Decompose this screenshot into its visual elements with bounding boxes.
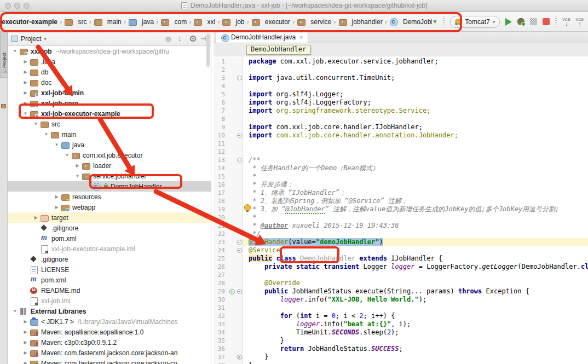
collapse-arrow-icon[interactable]: ▼ [32,122,40,126]
expand-arrow-icon[interactable]: ▶ [73,163,82,168]
fold-marker-icon[interactable]: − [236,287,243,296]
breadcrumb-item-executor[interactable]: executor [251,18,290,26]
close-window-icon[interactable] [5,3,11,9]
tree-item-src[interactable]: ▼src [8,119,211,129]
tree-item-xxl-job-executor-example[interactable]: ▼xxl-job-executor-example [8,108,211,119]
fold-marker-icon[interactable]: − [236,238,243,246]
expand-arrow-icon[interactable]: ▶ [21,80,30,85]
expand-arrow-icon[interactable]: ▶ [32,215,40,220]
coverage-button[interactable] [530,18,537,25]
expand-arrow-icon[interactable]: ▶ [53,205,61,210]
tree-item-main[interactable]: ▼main [8,129,211,140]
tree-item-maven-com-fasterxml-jackson-core-jackson-co[interactable]: ▶Maven: com.fasterxml.jackson.core:jacks… [8,358,211,364]
breadcrumb-item-com[interactable]: com [160,18,187,26]
tree-item-maven-aopalliance-aopalliance-1-0[interactable]: ▶Maven: aopalliance:aopalliance:1.0 [8,327,211,337]
collapse-arrow-icon[interactable]: ▼ [73,174,82,178]
expand-arrow-icon[interactable]: ▶ [21,340,30,345]
tree-item-xxl-job[interactable]: ▼xxl-job~/workspaces/idea-git-workspace/… [8,46,211,56]
fold-marker-icon[interactable]: − [236,131,243,140]
gutter [228,115,236,123]
gutter [228,230,236,238]
tree-item-maven-c3p0-c3p0-0-9-1-2[interactable]: ▶Maven: c3p0:c3p0:0.9.1.2 [8,337,211,348]
minimize-window-icon[interactable] [14,3,20,9]
rdm-icon [30,287,38,294]
tree-item-jdk1-7[interactable]: ▶< JDK1.7 >/Library/Java/JavaVirtualMach… [8,316,211,327]
collapse-arrow-icon[interactable]: ▼ [63,153,71,158]
debug-button[interactable] [517,18,524,25]
tree-scrollbar[interactable] [206,34,210,67]
tree-item-webapp[interactable]: ▶webapp [8,202,211,212]
tree-item-demojobhandler[interactable]: DemoJobHandler [8,181,211,192]
vcs-commit-button[interactable]: VCS ↑ [576,18,584,26]
collapse-arrow-icon[interactable]: ▼ [42,132,50,137]
expand-arrow-icon[interactable]: ▶ [21,90,30,95]
tree-item-resources[interactable]: ▶resources [8,192,211,202]
expand-arrow-icon[interactable]: ▶ [21,70,30,74]
expand-arrow-icon[interactable]: ▶ [21,361,30,364]
fold-marker-icon[interactable]: − [236,74,243,82]
run-configuration-select[interactable]: Tomcat7 ▾ [450,16,500,28]
tree-item-com-xxl-job-executor[interactable]: ▼com.xxl.job.executor [8,150,211,160]
breadcrumb-item-job[interactable]: job [222,18,244,26]
intention-bulb-icon[interactable] [244,204,251,211]
tree-item-xxl-job-iml[interactable]: xxl-job.iml [8,296,211,306]
tree-item-license[interactable]: LICENSE [8,264,211,275]
tree-item-external-libraries[interactable]: ▼External Libraries [8,306,211,316]
tree-item-gitignore[interactable]: .gitignore [8,254,211,264]
expand-arrow-icon[interactable]: ▶ [21,330,30,334]
gutter [228,353,236,361]
tree-item-db[interactable]: ▶db [8,67,211,77]
breadcrumb-item-src[interactable]: src [64,18,87,26]
locate-file-icon[interactable]: ◎ [164,35,172,43]
stop-button[interactable] [543,18,550,25]
run-button[interactable] [505,18,512,26]
gear-icon[interactable] [190,36,196,42]
tree-item-xxl-job-executor-example-iml[interactable]: xxl-job-executor-example.iml [8,244,211,254]
expand-arrow-icon[interactable]: ▶ [21,59,30,64]
gutter [228,156,236,164]
breadcrumb-item-xxl[interactable]: xxl [193,18,215,26]
expand-arrow-icon[interactable]: ▶ [21,319,30,324]
code-area[interactable]: 1package com.xxl.job.executor.service.jo… [214,56,588,364]
expand-arrow-icon[interactable]: ▶ [21,101,30,106]
navbar-dropdown-icon[interactable]: ▼ [432,19,437,25]
breadcrumb-item-service[interactable]: service [297,18,331,26]
override-marker-icon[interactable]: ↑ [228,287,236,296]
tree-item-readme-md[interactable]: README.md [8,285,211,296]
editor-tab[interactable]: DemoJobHandler.java × [216,32,308,43]
tree-item-maven-com-fasterxml-jackson-core-jackson-an[interactable]: ▶Maven: com.fasterxml.jackson.core:jacks… [8,348,211,358]
fold-marker-icon[interactable]: − [236,246,243,255]
tree-item-pom-xml[interactable]: pom.xml [8,275,211,285]
line-number: 27 [214,271,228,279]
breadcrumb-item-main[interactable]: main [94,18,122,26]
collapse-arrow-icon[interactable]: ▼ [21,111,30,116]
expand-arrow-icon[interactable]: ▶ [21,350,30,355]
collapse-all-icon[interactable]: ↕ [175,35,184,43]
collapse-arrow-icon[interactable]: ▼ [53,142,61,147]
tree-item-xxl-job-core[interactable]: ▶xxl-job-core [8,98,211,108]
fold-marker-icon[interactable]: − [236,156,243,164]
close-tab-icon[interactable]: × [299,34,303,41]
tree-item-service-jobhandler[interactable]: ▼service.jobhandler [8,171,211,181]
breadcrumb-item-demojobhandler[interactable]: DemoJobHandler [389,18,432,26]
tree-item-xxl-job-admin[interactable]: ▶xxl-job-admin [8,88,211,98]
collapse-arrow-icon[interactable]: ▼ [11,309,19,314]
project-tool-window-tab[interactable]: 1: Project [0,32,8,78]
vcs-update-button[interactable]: VCS ↓ [562,18,570,26]
breadcrumb-item-jobhandler[interactable]: jobhandler [338,18,383,26]
breadcrumb-item-executor-example[interactable]: executor-example [2,18,57,26]
collapse-arrow-icon[interactable]: ▼ [11,49,19,54]
breadcrumb-item-java[interactable]: java [128,18,154,26]
tree-item-gitignore[interactable]: .gitignore [8,223,211,233]
tree-item-idea[interactable]: ▶.idea [8,56,211,67]
expand-arrow-icon[interactable]: ▶ [53,194,61,199]
chevron-down-icon[interactable]: ▾ [44,36,47,42]
tree-item-doc[interactable]: ▶doc [8,77,211,88]
zoom-window-icon[interactable] [24,3,30,9]
tree-item-pom-xml[interactable]: pom.xml [8,233,211,244]
tree-item-java[interactable]: ▼java [8,140,211,150]
tree-item-target[interactable]: ▶target [8,212,211,223]
tree-item-loader[interactable]: ▶loader [8,160,211,171]
code-text: TimeUnit.SECONDS.sleep(2); [243,328,588,337]
fold-marker-icon[interactable]: ∧ [236,353,243,361]
